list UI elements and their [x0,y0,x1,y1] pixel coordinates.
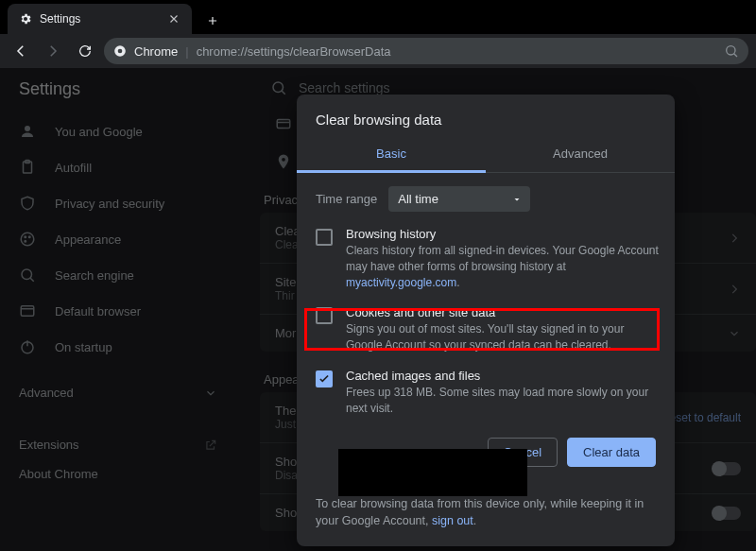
chevron-down-icon [204,387,217,400]
svg-point-2 [727,46,735,55]
chevron-down-icon [728,327,741,340]
sidebar-item-autofill[interactable]: Autofill [9,151,227,183]
settings-sidebar: You and Google Autofill Privacy and secu… [9,115,227,483]
search-placeholder: Search settings [299,80,390,95]
option-cached[interactable]: Cached images and files Frees up 318 MB.… [316,369,660,417]
checkbox[interactable] [316,307,333,324]
shield-icon [19,195,36,212]
clear-data-button[interactable]: Clear data [567,438,656,467]
browser-tabstrip: Settings [0,0,756,34]
toggle[interactable] [713,507,741,520]
sidebar-item-label: Privacy and security [55,197,164,211]
search-icon[interactable] [724,43,739,59]
svg-rect-12 [21,306,34,317]
sidebar-item-appearance[interactable]: Appearance [9,223,227,255]
search-icon [270,79,287,96]
sidebar-item-default-browser[interactable]: Default browser [9,295,227,327]
chrome-icon [113,44,127,58]
time-range-select[interactable]: All time [388,186,530,212]
browser-tab[interactable]: Settings [8,4,192,34]
search-icon [19,267,36,284]
sidebar-item-label: On startup [55,340,112,354]
option-desc: Frees up 318 MB. Some sites may load mor… [346,385,660,417]
tab-basic[interactable]: Basic [297,137,486,173]
option-title: Cookies and other site data [346,305,660,319]
location-icon [275,153,292,170]
svg-point-8 [25,236,26,238]
caret-down-icon [511,194,523,205]
option-browsing-history[interactable]: Browsing history Clears history from all… [316,227,660,290]
gear-icon [19,12,32,26]
sidebar-item-label: Autofill [55,161,92,175]
person-icon [19,123,36,140]
power-icon [19,338,36,355]
option-desc: Clears history from all signed-in device… [346,243,660,290]
back-button[interactable] [8,38,34,64]
dialog-tabs: Basic Advanced [297,137,675,173]
time-range-label: Time range [316,192,377,206]
checkbox-checked[interactable] [316,370,333,387]
svg-point-3 [273,82,284,93]
sidebar-item-privacy[interactable]: Privacy and security [9,187,227,219]
sidebar-item-search-engine[interactable]: Search engine [9,259,227,291]
svg-point-7 [21,232,34,246]
sidebar-item-label: Default browser [55,304,141,319]
reload-button[interactable] [72,38,98,64]
palette-icon [19,231,36,248]
external-link-icon [204,439,217,452]
chevron-right-icon [728,283,741,296]
time-range-value: All time [398,192,438,206]
close-icon[interactable] [167,12,180,26]
svg-rect-14 [277,120,290,129]
svg-point-1 [118,49,123,54]
browser-toolbar: Chrome | chrome://settings/clearBrowserD… [0,34,756,68]
creditcard-icon [275,115,292,132]
url-divider: | [185,44,188,59]
tab-advanced[interactable]: Advanced [486,137,675,172]
sign-out-link[interactable]: sign out [432,514,473,527]
svg-point-4 [25,126,30,131]
sidebar-item-label: Appearance [55,232,121,247]
forward-button[interactable] [40,38,66,64]
svg-point-9 [29,236,31,238]
browser-icon [19,302,36,319]
checkbox[interactable] [316,229,333,246]
option-title: Browsing history [346,227,660,241]
myactivity-link[interactable]: myactivity.google.com [346,276,456,289]
redaction-box [338,449,527,496]
option-title: Cached images and files [346,369,660,383]
sidebar-advanced[interactable]: Advanced [9,376,227,402]
sidebar-item-label: Search engine [55,268,134,283]
dialog-title: Clear browsing data [297,95,675,137]
svg-point-10 [25,241,26,243]
url-prefix: Chrome [134,44,178,59]
option-desc: Signs you out of most sites. You'll stay… [346,321,660,353]
option-cookies[interactable]: Cookies and other site data Signs you ou… [316,305,660,353]
new-tab-button[interactable] [199,8,226,34]
url-path: chrome://settings/clearBrowserData [197,44,391,59]
sidebar-item-on-startup[interactable]: On startup [9,331,227,363]
chevron-right-icon [728,232,741,245]
clipboard-icon [19,159,36,176]
page-title: Settings [19,79,80,99]
sidebar-about[interactable]: About Chrome [9,457,227,483]
toggle[interactable] [713,462,741,475]
tab-title: Settings [40,12,160,26]
sidebar-extensions[interactable]: Extensions [9,428,227,454]
sidebar-item-label: You and Google [55,125,143,139]
sidebar-item-you-and-google[interactable]: You and Google [9,115,227,147]
svg-point-11 [22,269,32,280]
address-bar[interactable]: Chrome | chrome://settings/clearBrowserD… [104,38,748,64]
